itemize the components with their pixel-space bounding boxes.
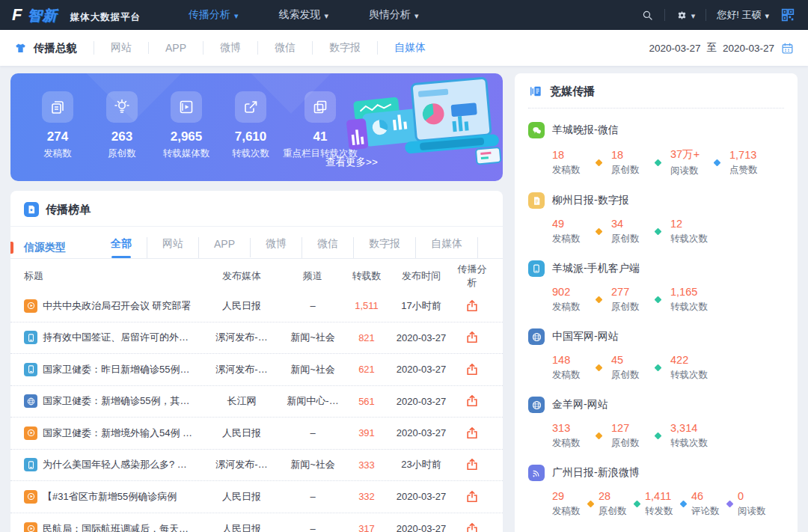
channel-name: – [280,523,346,532]
stat-block: 422转载次数 [670,354,711,382]
ranking-tab-website[interactable]: 网站 [147,237,199,258]
tab-overview[interactable]: 传播总貌 [13,41,94,55]
search-icon[interactable] [641,9,654,22]
source-type-filter[interactable]: 信源类型 [24,241,66,254]
competitor-link[interactable]: 中国军网-网站 [528,328,784,345]
diamond-separator [655,296,662,304]
stat-label: 阅读数 [670,165,711,177]
mobile-app-icon [24,458,37,471]
date-range-picker[interactable]: 2020-03-27 至 2020-03-27 [649,41,795,55]
competitor-link[interactable]: 金羊网-网站 [528,397,784,413]
tab-weibo[interactable]: 微博 [203,41,257,55]
competitor-link[interactable]: 羊城派-手机客户端 [528,260,784,277]
spread-analysis-button[interactable] [465,457,480,472]
ranking-tab-app[interactable]: APP [199,238,251,257]
globe-icon [24,394,37,408]
competitor-entry: 柳州日报-数字报 49发稿数 34原创数 12转载次数 [528,192,784,247]
chevron-down-icon [765,10,769,21]
article-link[interactable]: 中共中央政治局召开会议 研究部署 [24,299,203,313]
article-link[interactable]: 持有效中国签证、居留许可的外… [24,331,203,344]
app-logo[interactable]: F 智新 媒体大数据平台 [12,5,141,25]
tab-self-media[interactable]: 自媒体 [377,41,442,55]
col-title: 标题 [24,269,203,283]
mobile-app-icon [24,331,37,344]
article-link[interactable]: 国家卫健委：新增境外输入54例 … [24,426,203,440]
ranking-tab-self-media[interactable]: 自媒体 [416,237,478,258]
stat-value: 2,965 [171,129,203,144]
article-link[interactable]: 国家卫健委：新增确诊55例，其… [24,394,203,408]
competitor-link[interactable]: 羊城晚报-微信 [528,122,784,138]
accent-bar [10,242,13,254]
stat-block: 18原创数 [611,149,652,177]
competitor-stats: 18发稿数 18原创数 37万+阅读数 1,713点赞数 [528,138,784,179]
channel-name: 新闻~社会 [280,331,346,344]
stat-label: 评论数 [691,505,726,518]
ranking-tab-wechat[interactable]: 微信 [302,237,354,258]
stat-block: 45原创数 [611,354,652,382]
col-publish-time: 发布时间 [388,269,455,283]
competitor-entry: 广州日报-新浪微博 29发稿数 28原创数 1,411转发数 46评论数 0阅读… [528,465,784,519]
tab-digital-paper[interactable]: 数字报 [312,41,377,55]
stat-repost-media: 2,965 转载媒体数 [154,91,218,160]
user-greeting[interactable]: 您好! 王硕 [717,8,769,22]
settings-gear-icon[interactable] [676,8,696,22]
spread-analysis-button[interactable] [465,426,480,441]
article-link[interactable]: 国家卫健委：昨日新增确诊55例… [24,363,203,376]
publish-time: 2020-03-27 [388,491,455,502]
media-name: 人民日报 [203,522,280,532]
topbar-tools: 您好! 王硕 [641,7,796,23]
publish-time: 23小时前 [388,458,455,471]
diamond-separator [596,432,603,440]
ranking-tab-digital-paper[interactable]: 数字报 [354,237,416,258]
article-link[interactable]: 【#31省区市新增55例确诊病例 [24,490,203,504]
stat-label: 发稿数 [552,301,593,314]
ranking-tab-all[interactable]: 全部 [96,237,147,258]
tab-app[interactable]: APP [148,42,203,54]
media-name: 漯河发布-… [203,331,280,344]
channel-name: – [280,427,346,438]
competitor-link[interactable]: 柳州日报-数字报 [528,192,784,209]
competitor-panel-header: 竞媒传播 [528,84,784,108]
spread-analysis-button[interactable] [465,330,480,345]
stat-label: 转载次数 [670,301,711,314]
spread-analysis-button[interactable] [465,299,480,314]
nav-item-spread-analysis[interactable]: 传播分析 [189,8,239,22]
col-channel: 频道 [280,269,346,283]
publish-time: 2020-03-27 [388,427,455,438]
spread-analysis-button[interactable] [465,489,480,504]
banner-illustration: 查看更多>> [334,73,503,181]
nav-label: 舆情分析 [369,8,411,22]
article-link[interactable]: 民航局：国际航班调减后，每天… [24,522,203,532]
stat-value: 277 [611,286,652,298]
competitor-media-panel: 竞媒传播 羊城晚报-微信 18发稿数 18原创数 37万+阅读数 1,713点赞… [515,73,798,532]
nav-item-clue-discovery[interactable]: 线索发现 [278,8,328,22]
ranking-tabs: 全部 网站 APP 微博 微信 数字报 自媒体 [96,237,478,258]
stat-block: 37万+阅读数 [670,147,711,177]
nav-item-sentiment-analysis[interactable]: 舆情分析 [369,8,419,22]
article-title: 中共中央政治局召开会议 研究部署 [43,299,192,313]
spread-analysis-button[interactable] [465,522,480,532]
competitor-link[interactable]: 广州日报-新浪微博 [528,465,784,481]
spread-analysis-button[interactable] [465,394,480,409]
stacked-pages-icon [304,91,336,123]
qr-code-icon[interactable] [780,7,796,23]
stat-label: 发稿数 [552,505,587,518]
chevron-down-icon [324,9,328,21]
stat-block: 3,314转载次数 [670,422,711,450]
article-link[interactable]: 为什么美国年轻人感染那么多? … [24,458,203,471]
stat-label: 转发数 [645,505,679,518]
tab-wechat[interactable]: 微信 [257,41,312,55]
tab-website[interactable]: 网站 [94,41,148,55]
stat-label: 原创数 [611,369,652,382]
top-bar: F 智新 媒体大数据平台 传播分析 线索发现 舆情分析 您好! 王硕 [0,0,808,30]
article-title: 国家卫健委：新增境外输入54例 … [43,426,192,440]
stat-value: 29 [552,490,587,502]
competitor-entry: 羊城晚报-微信 18发稿数 18原创数 37万+阅读数 1,713点赞数 [528,122,784,179]
stat-label: 点赞数 [729,164,770,177]
banner-stats: 274 发稿数 263 原创数 2,965 转载媒体数 7,610 转载次数 [25,91,358,160]
ranking-tab-weibo[interactable]: 微博 [251,237,302,258]
see-more-link[interactable]: 查看更多>> [325,156,378,169]
spread-analysis-button[interactable] [465,362,480,377]
repost-count: 391 [346,427,388,438]
calendar-icon[interactable] [780,41,795,55]
